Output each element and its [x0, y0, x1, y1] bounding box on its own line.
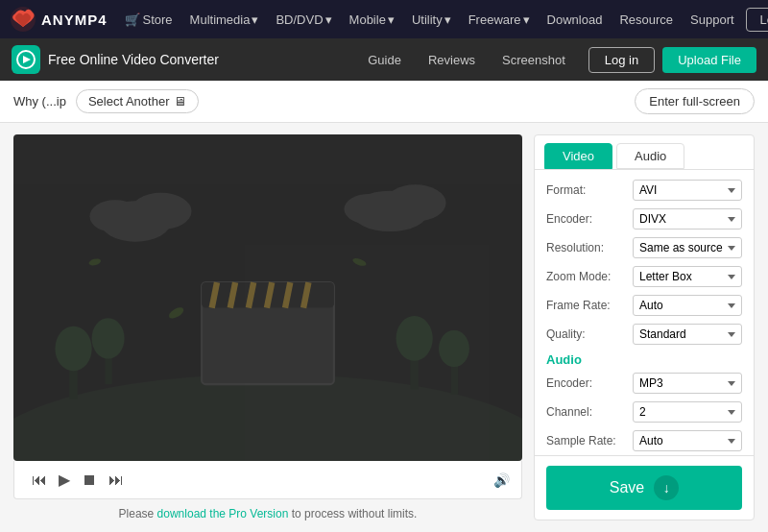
login-button[interactable]: Login — [746, 8, 768, 32]
chevron-down-icon: ▾ — [388, 12, 395, 27]
monitor-icon: 🖥 — [174, 94, 186, 109]
nav-mobile[interactable]: Mobile ▾ — [342, 7, 402, 33]
nav-download[interactable]: Download — [540, 7, 611, 33]
app-logo-area: Free Online Video Converter — [12, 45, 219, 74]
setting-select[interactable]: AVI — [633, 180, 742, 201]
app-logo-icon — [12, 45, 40, 74]
svg-point-20 — [131, 193, 192, 230]
setting-label: Frame Rate: — [546, 299, 633, 312]
chevron-down-icon: ▾ — [325, 12, 332, 27]
settings-panel: Video Audio Format: AVI Encoder: DIVX Re… — [534, 134, 755, 520]
setting-select[interactable]: Auto — [633, 295, 742, 316]
nav-utility[interactable]: Utility ▾ — [404, 7, 459, 33]
setting-select[interactable]: Letter Box — [633, 266, 742, 287]
svg-point-6 — [92, 318, 125, 358]
setting-select[interactable]: Auto — [633, 430, 742, 451]
setting-label: Format: — [546, 183, 633, 197]
nav-guide[interactable]: Guide — [356, 47, 413, 73]
nav-bddvd[interactable]: BD/DVD ▾ — [268, 7, 339, 33]
volume-button[interactable]: 🔊 — [493, 472, 510, 488]
bottom-note: Please download the Pro Version to proce… — [13, 507, 522, 520]
setting-label: Sample Rate: — [546, 434, 633, 447]
video-settings-rows: Format: AVI Encoder: DIVX Resolution: Sa… — [546, 180, 742, 345]
play-button[interactable]: ▶ — [53, 469, 76, 491]
logo[interactable]: ANYMP4 — [10, 6, 108, 33]
rewind-button[interactable]: ⏮ — [26, 470, 53, 491]
video-container: ⏮ ▶ ⏹ ⏭ 🔊 Please download the Pro Versio… — [13, 134, 522, 520]
stop-button[interactable]: ⏹ — [76, 470, 103, 491]
save-button[interactable]: Save ↓ — [546, 466, 742, 510]
logo-icon — [10, 6, 36, 33]
save-icon: ↓ — [654, 475, 679, 500]
svg-point-27 — [88, 257, 102, 266]
setting-select[interactable]: 2 — [633, 401, 742, 423]
nav-store-label: Store — [143, 12, 173, 27]
nav-screenshot[interactable]: Screenshot — [491, 47, 577, 73]
top-nav: ANYMP4 🛒 Store Multimedia ▾ BD/DVD ▾ Mob… — [0, 0, 768, 38]
second-nav-links: Guide Reviews Screenshot — [356, 47, 577, 73]
setting-label: Resolution: — [546, 241, 633, 254]
bottom-note-after: to process without limits. — [288, 507, 417, 520]
select-another-label: Select Another — [88, 94, 170, 109]
logo-text: ANYMP4 — [41, 12, 108, 28]
setting-row: Resolution: Same as source — [546, 237, 742, 258]
setting-label: Zoom Mode: — [546, 270, 633, 283]
setting-row: Channel: 2 — [546, 401, 742, 423]
setting-select[interactable]: MP3 — [633, 373, 742, 394]
svg-point-21 — [90, 200, 141, 232]
tab-audio[interactable]: Audio — [616, 143, 684, 169]
pro-version-link[interactable]: download the Pro Version — [157, 507, 289, 520]
chevron-down-icon: ▾ — [523, 12, 530, 27]
store-icon: 🛒 — [125, 12, 140, 27]
upload-file-button[interactable]: Upload File — [662, 47, 756, 73]
nav-store[interactable]: 🛒 Store — [117, 7, 180, 33]
setting-select[interactable]: Standard — [633, 324, 742, 345]
audio-settings-rows: Encoder: MP3 Channel: 2 Sample Rate: Aut… — [546, 373, 742, 455]
nav-freeware[interactable]: Freeware ▾ — [461, 7, 538, 33]
setting-select[interactable]: DIVX — [633, 208, 742, 230]
nav-resource[interactable]: Resource — [612, 7, 681, 33]
setting-select[interactable]: Same as source — [633, 237, 742, 258]
tab-row: Video Audio — [535, 135, 754, 170]
setting-label: Channel: — [546, 405, 633, 419]
video-player[interactable] — [13, 134, 522, 461]
bottom-note-before: Please — [119, 507, 157, 520]
svg-point-23 — [385, 184, 446, 221]
svg-point-2 — [13, 375, 522, 462]
audio-section-title: Audio — [546, 352, 742, 367]
svg-point-25 — [167, 305, 185, 321]
setting-row: Format: AVI — [546, 180, 742, 201]
toolbar: Why (...ip Select Another 🖥 Enter full-s… — [0, 81, 768, 123]
nav-multimedia[interactable]: Multimedia ▾ — [182, 7, 267, 33]
video-scene-svg — [13, 134, 522, 461]
setting-row: Encoder: DIVX — [546, 208, 742, 230]
setting-label: Quality: — [546, 327, 633, 341]
setting-row: Encoder: MP3 — [546, 373, 742, 394]
second-nav: Free Online Video Converter Guide Review… — [0, 38, 768, 81]
svg-point-4 — [55, 326, 91, 372]
chevron-down-icon: ▾ — [444, 12, 451, 27]
select-another-button[interactable]: Select Another 🖥 — [76, 89, 200, 113]
app-icon-svg — [16, 50, 36, 69]
setting-row: Zoom Mode: Letter Box — [546, 266, 742, 287]
video-controls: ⏮ ▶ ⏹ ⏭ 🔊 — [13, 461, 522, 499]
setting-row: Sample Rate: Auto — [546, 430, 742, 451]
svg-point-8 — [396, 316, 433, 361]
log-in-button[interactable]: Log in — [588, 47, 655, 73]
svg-point-26 — [351, 256, 367, 267]
forward-button[interactable]: ⏭ — [103, 470, 130, 491]
setting-label: Encoder: — [546, 376, 633, 390]
setting-row: Frame Rate: Auto — [546, 295, 742, 316]
settings-body: Format: AVI Encoder: DIVX Resolution: Sa… — [535, 170, 754, 455]
save-row: Save ↓ — [535, 455, 754, 520]
chevron-down-icon: ▾ — [252, 12, 258, 27]
nav-support[interactable]: Support — [683, 7, 742, 33]
setting-label: Encoder: — [546, 212, 633, 226]
main-area: ⏮ ▶ ⏹ ⏭ 🔊 Please download the Pro Versio… — [0, 123, 768, 532]
tab-video[interactable]: Video — [544, 143, 612, 169]
save-label: Save — [610, 479, 644, 496]
svg-point-10 — [439, 330, 469, 367]
setting-row: Quality: Standard — [546, 324, 742, 345]
nav-reviews[interactable]: Reviews — [417, 47, 487, 73]
full-screen-button[interactable]: Enter full-screen — [635, 88, 755, 114]
